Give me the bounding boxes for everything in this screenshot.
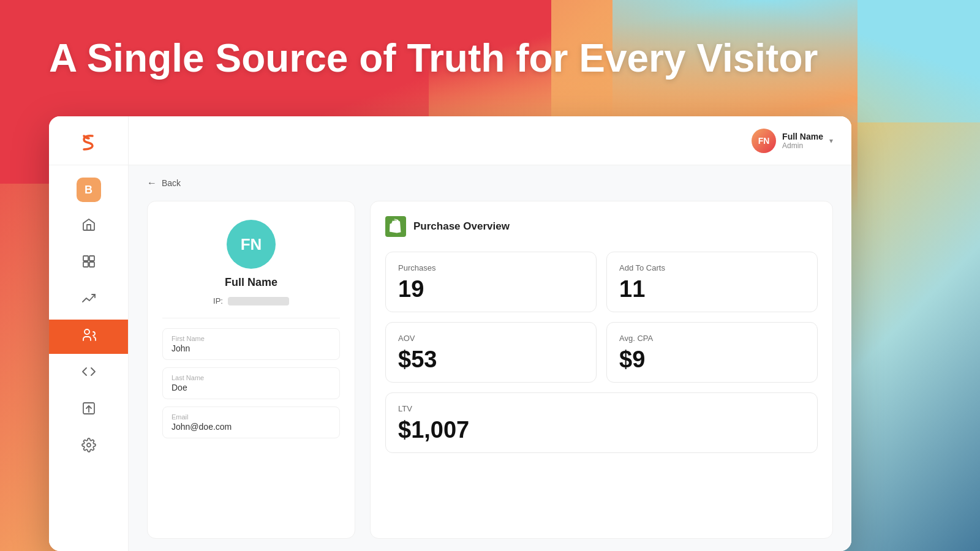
sidebar-logo (49, 116, 128, 165)
purchases-value: 19 (398, 277, 584, 301)
last-name-value: Doe (172, 383, 331, 392)
field-first-name: First Name John (162, 328, 340, 360)
svg-rect-2 (89, 256, 94, 261)
avatar: FN (752, 129, 776, 153)
stats-grid: Purchases 19 Add To Carts 11 AOV $53 (385, 252, 818, 453)
upload-icon (81, 401, 96, 419)
avg-cpa-value: $9 (619, 348, 805, 371)
add-to-carts-label: Add To Carts (619, 263, 805, 272)
avg-cpa-label: Avg. CPA (619, 334, 805, 343)
sidebar-item-upload[interactable] (49, 393, 128, 427)
ip-redacted (228, 297, 289, 305)
sidebar-item-users[interactable] (49, 320, 128, 354)
sidebar-item-settings[interactable] (49, 430, 128, 464)
profile-fields: First Name John Last Name Doe Email John… (162, 328, 340, 438)
stat-card-ltv: LTV $1,007 (385, 392, 818, 453)
users-icon (81, 328, 96, 346)
svg-text:S: S (394, 224, 398, 231)
profile-avatar-section: FN Full Name IP: (162, 220, 340, 318)
sidebar-nav: B (49, 165, 128, 471)
top-header: FN Full Name Admin ▾ (129, 116, 851, 165)
first-name-label: First Name (172, 335, 331, 342)
sidebar-item-home[interactable] (49, 209, 128, 244)
stat-card-aov: AOV $53 (385, 322, 597, 383)
svg-point-0 (75, 127, 102, 154)
purchases-label: Purchases (398, 263, 584, 272)
profile-avatar: FN (227, 220, 276, 269)
sidebar-item-analytics[interactable] (49, 283, 128, 317)
email-value: John@doe.com (172, 422, 331, 432)
settings-icon (81, 438, 96, 456)
ltv-value: $1,007 (398, 418, 805, 441)
main-content: FN Full Name Admin ▾ ← Back FN (129, 116, 851, 551)
content-row: FN Full Name IP: First Name John (147, 201, 833, 539)
svg-rect-3 (83, 262, 88, 267)
stat-card-avg-cpa: Avg. CPA $9 (606, 322, 818, 383)
shopify-icon: S (385, 216, 406, 237)
stat-card-purchases: Purchases 19 (385, 252, 597, 312)
stat-card-add-to-carts: Add To Carts 11 (606, 252, 818, 312)
profile-name: Full Name (225, 276, 277, 289)
sidebar: B (49, 116, 129, 551)
svg-rect-1 (83, 256, 88, 261)
user-text: Full Name Admin (782, 132, 823, 150)
analytics-icon (81, 291, 96, 309)
user-role: Admin (782, 141, 823, 150)
home-icon (81, 217, 96, 236)
hero-title: A Single Source of Truth for Every Visit… (49, 37, 818, 80)
purchase-overview-panel: S Purchase Overview Purchases 19 A (370, 201, 833, 539)
email-label: Email (172, 413, 331, 421)
svg-point-5 (85, 329, 89, 334)
profile-card: FN Full Name IP: First Name John (147, 201, 355, 539)
ltv-label: LTV (398, 404, 805, 413)
back-button[interactable]: ← Back (147, 178, 181, 189)
sidebar-item-dashboard[interactable] (49, 246, 128, 280)
ip-label: IP: (213, 296, 223, 305)
app-window: B (49, 116, 851, 551)
code-icon (81, 364, 96, 383)
dashboard-icon (81, 254, 96, 272)
field-email: Email John@doe.com (162, 407, 340, 438)
last-name-label: Last Name (172, 374, 331, 381)
first-name-value: John (172, 343, 331, 353)
chevron-down-icon: ▾ (829, 137, 833, 145)
panel-title: Purchase Overview (413, 220, 510, 233)
logo-icon (75, 127, 102, 154)
sidebar-badge[interactable]: B (77, 178, 101, 202)
sidebar-item-code[interactable] (49, 356, 128, 391)
svg-point-8 (87, 443, 91, 447)
profile-ip-row: IP: (213, 296, 289, 305)
add-to-carts-value: 11 (619, 277, 805, 301)
panel-header: S Purchase Overview (385, 216, 818, 237)
svg-rect-4 (89, 262, 94, 267)
user-info[interactable]: FN Full Name Admin ▾ (752, 129, 833, 153)
inner-content: ← Back FN Full Name IP: (129, 165, 851, 551)
aov-label: AOV (398, 334, 584, 343)
back-arrow-icon: ← (147, 178, 157, 189)
field-last-name: Last Name Doe (162, 367, 340, 399)
aov-value: $53 (398, 348, 584, 371)
back-label: Back (162, 178, 181, 188)
user-name: Full Name (782, 132, 823, 141)
